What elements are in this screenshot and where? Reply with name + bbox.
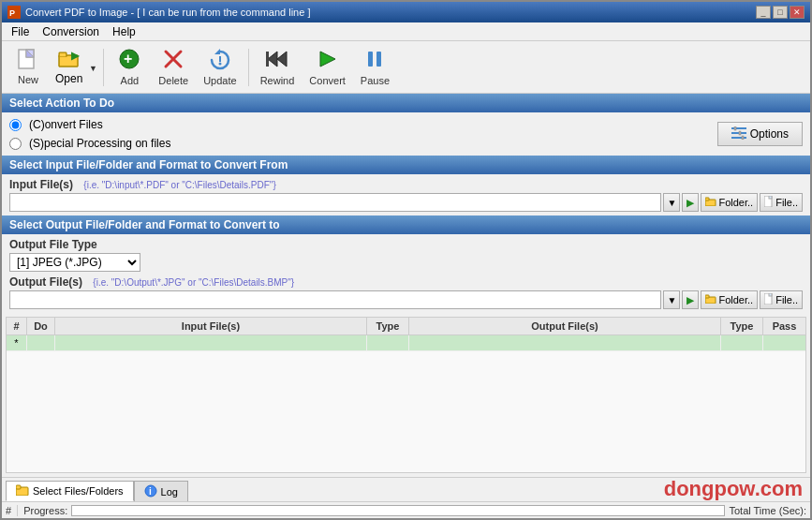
table-row[interactable]: *	[7, 335, 805, 351]
folder-icon	[705, 197, 716, 208]
file-icon	[764, 196, 774, 209]
col-do: Do	[27, 318, 55, 334]
minimize-button[interactable]: _	[756, 6, 771, 19]
row-do	[27, 335, 55, 350]
col-input: Input File(s)	[55, 318, 367, 334]
svg-rect-36	[16, 485, 21, 489]
input-file-field[interactable]	[9, 193, 661, 212]
pause-icon	[363, 48, 386, 73]
tab-select-files[interactable]: Select Files/Folders	[6, 481, 134, 501]
update-label: Update	[203, 75, 236, 86]
app-icon: P	[7, 6, 21, 19]
radio-convert-input[interactable]	[9, 119, 22, 131]
options-icon	[731, 126, 746, 142]
new-label: New	[18, 74, 38, 85]
radio-group: (C)onvert Files (S)pecial Processing on …	[9, 116, 708, 152]
svg-marker-16	[277, 52, 287, 67]
action-section-content: (C)onvert Files (S)pecial Processing on …	[2, 112, 810, 156]
input-file-row: ▼ ▶ Folder..	[9, 193, 803, 212]
svg-rect-26	[742, 136, 744, 140]
add-icon: +	[117, 48, 141, 73]
open-button-group[interactable]: ▶ Open ▼	[51, 45, 98, 90]
add-label: Add	[121, 75, 140, 86]
output-file-label: File..	[775, 294, 798, 305]
output-folder-button[interactable]: Folder..	[701, 290, 758, 309]
input-browse-arrow[interactable]: ▶	[682, 193, 699, 212]
svg-point-14	[218, 63, 221, 66]
add-button[interactable]: + Add	[109, 45, 150, 90]
open-button[interactable]: ▶ Open	[51, 45, 87, 90]
delete-button[interactable]: Delete	[152, 45, 195, 90]
convert-button[interactable]: Convert	[303, 45, 352, 90]
tab-select-files-label: Select Files/Folders	[33, 485, 124, 497]
close-button[interactable]: ✕	[790, 6, 805, 19]
output-field-hint: {i.e. "D:\Output\*.JPG" or "C:\Files\Det…	[93, 277, 294, 288]
svg-marker-15	[268, 52, 277, 67]
radio-special-label: (S)pecial Processing on files	[29, 137, 170, 150]
tab-log-label: Log	[161, 486, 178, 498]
svg-rect-28	[705, 198, 709, 201]
maximize-button[interactable]: □	[773, 6, 788, 19]
tab-log-icon: i	[144, 484, 157, 499]
row-pass	[763, 335, 805, 350]
input-folder-button[interactable]: Folder..	[701, 193, 758, 212]
open-dropdown-button[interactable]: ▼	[87, 45, 98, 90]
pause-label: Pause	[361, 75, 390, 86]
input-section-header: Select Input File/Folder and Format to C…	[2, 156, 810, 174]
output-dropdown-button[interactable]: ▼	[663, 290, 680, 309]
update-button[interactable]: Update	[197, 45, 243, 90]
output-folder-icon	[705, 294, 716, 305]
toolbar: New ▶ Open ▼ +	[2, 41, 810, 94]
input-file-label: File..	[775, 197, 798, 208]
svg-rect-23	[731, 137, 746, 139]
update-icon	[208, 48, 232, 73]
bottom-tabs: Select Files/Folders i Log	[2, 477, 810, 501]
separator-2	[248, 49, 249, 86]
status-number: #	[6, 505, 18, 516]
options-button[interactable]: Options	[717, 122, 803, 146]
radio-convert-files[interactable]: (C)onvert Files	[9, 118, 708, 131]
output-file-button[interactable]: File..	[760, 290, 803, 309]
svg-rect-17	[266, 52, 269, 67]
row-type1	[367, 335, 409, 350]
svg-rect-6	[59, 52, 66, 57]
open-label: Open	[55, 72, 82, 85]
table-header: # Do Input File(s) Type Output File(s) T…	[7, 318, 805, 335]
output-folder-label: Folder..	[718, 294, 753, 305]
output-browse-arrow[interactable]: ▶	[682, 290, 699, 309]
options-label: Options	[750, 127, 789, 141]
svg-text:+: +	[124, 51, 132, 67]
radio-special-input[interactable]	[9, 138, 22, 150]
output-file-field[interactable]	[9, 290, 661, 309]
file-table: # Do Input File(s) Type Output File(s) T…	[6, 317, 806, 473]
radio-convert-label: (C)onvert Files	[29, 118, 103, 131]
rewind-icon	[264, 48, 290, 73]
svg-marker-18	[320, 52, 335, 67]
pause-button[interactable]: Pause	[354, 45, 396, 90]
svg-rect-20	[376, 52, 381, 67]
title-bar: P Convert PDF to Image - [ I can be run …	[2, 2, 810, 22]
delete-icon	[162, 48, 185, 73]
radio-special-processing[interactable]: (S)pecial Processing on files	[9, 137, 708, 150]
col-pass: Pass	[763, 318, 805, 334]
new-button[interactable]: New	[7, 45, 49, 90]
input-file-button[interactable]: File..	[760, 193, 803, 212]
col-output: Output File(s)	[409, 318, 721, 334]
menu-conversion[interactable]: Conversion	[37, 24, 105, 39]
open-icon: ▶	[58, 49, 81, 70]
tab-log[interactable]: i Log	[134, 481, 188, 501]
menu-help[interactable]: Help	[107, 24, 141, 39]
menu-file[interactable]: File	[6, 24, 35, 39]
separator-1	[103, 49, 104, 86]
rewind-button[interactable]: Rewind	[254, 45, 302, 90]
svg-rect-19	[368, 52, 373, 67]
input-field-hint: {i.e. "D:\input\*.PDF" or "C:\Files\Deta…	[83, 180, 275, 190]
output-type-select[interactable]: [1] JPEG (*.JPG)[2] PNG (*.PNG)[3] BMP (…	[9, 253, 140, 272]
tab-folder-icon	[16, 484, 29, 498]
input-dropdown-button[interactable]: ▼	[663, 193, 680, 212]
output-file-icon	[764, 293, 774, 306]
svg-marker-12	[214, 49, 220, 54]
new-icon	[17, 49, 39, 72]
input-folder-label: Folder..	[718, 197, 753, 208]
status-bar: # Progress: Total Time (Sec):	[2, 501, 810, 518]
